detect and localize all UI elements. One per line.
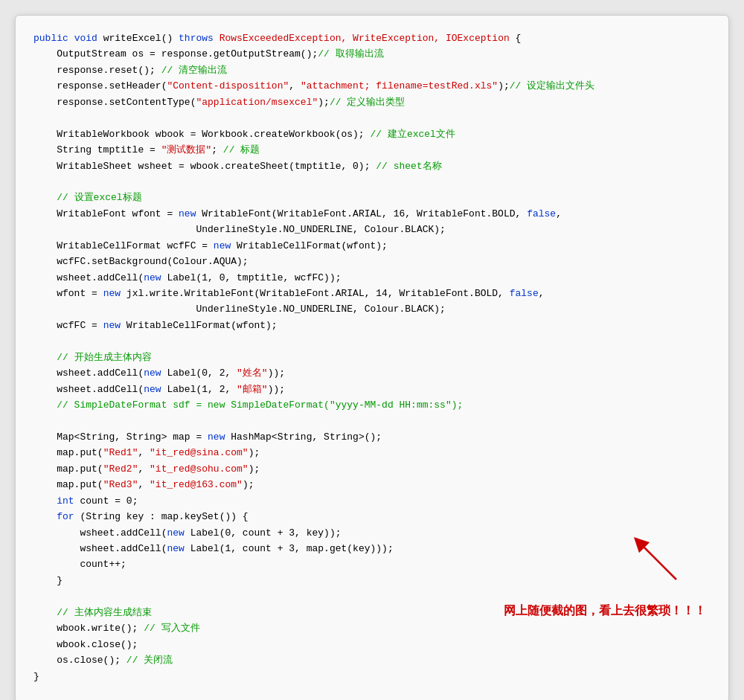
svg-line-1 bbox=[639, 542, 676, 579]
code-block: public void writeExcel() throws RowsExce… bbox=[33, 30, 711, 684]
annotation-arrow bbox=[624, 527, 684, 587]
annotation-text: 网上随便截的图，看上去很繁琐！！！ bbox=[504, 601, 706, 620]
code-container: public void writeExcel() throws RowsExce… bbox=[15, 15, 729, 700]
